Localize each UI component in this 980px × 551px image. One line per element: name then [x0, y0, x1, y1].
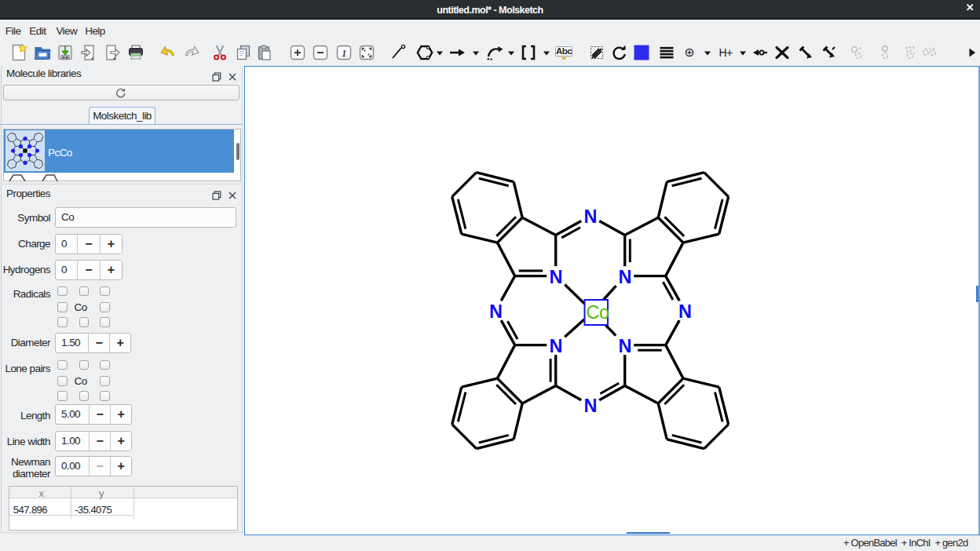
svg-text:N: N: [489, 301, 502, 322]
svg-text:Co: Co: [587, 302, 609, 323]
svg-text:N: N: [618, 336, 631, 356]
svg-text:N: N: [583, 396, 596, 416]
svg-text:N: N: [678, 301, 691, 322]
svg-text:N: N: [583, 206, 596, 227]
svg-text:N: N: [549, 267, 561, 287]
svg-text:N: N: [618, 267, 631, 287]
svg-text:N: N: [549, 336, 561, 356]
